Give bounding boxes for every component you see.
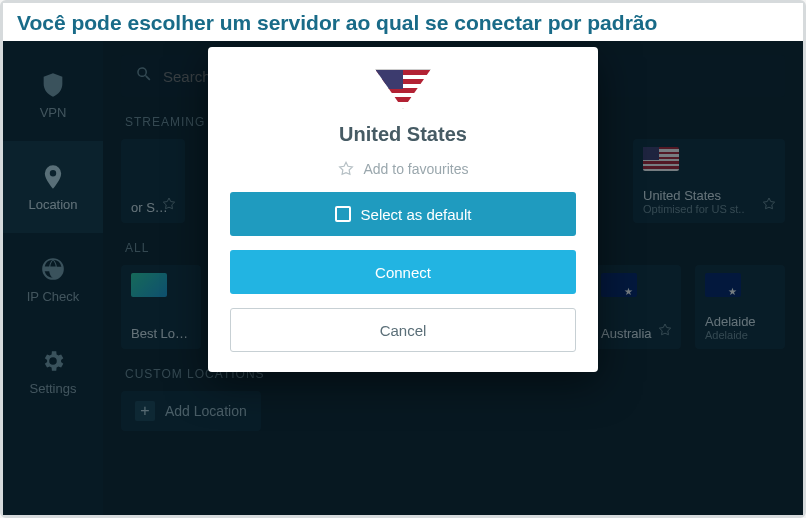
connect-label: Connect [375,264,431,281]
add-favourite-button[interactable]: Add to favourites [230,160,576,178]
flag-us-icon [375,69,431,109]
server-modal: United States Add to favourites Select a… [208,47,598,372]
app-window: VPN Location IP Check Settings [3,41,803,515]
modal-flag [230,69,576,109]
connect-button[interactable]: Connect [230,250,576,294]
modal-title: United States [230,123,576,146]
cancel-button[interactable]: Cancel [230,308,576,352]
caption-text: Você pode escolher um servidor ao qual s… [17,11,789,35]
favourite-label: Add to favourites [363,161,468,177]
checkbox-icon [335,206,351,222]
cancel-label: Cancel [380,322,427,339]
default-label: Select as default [361,206,472,223]
caption-banner: Você pode escolher um servidor ao qual s… [3,3,803,41]
modal-overlay: United States Add to favourites Select a… [3,41,803,515]
select-default-button[interactable]: Select as default [230,192,576,236]
